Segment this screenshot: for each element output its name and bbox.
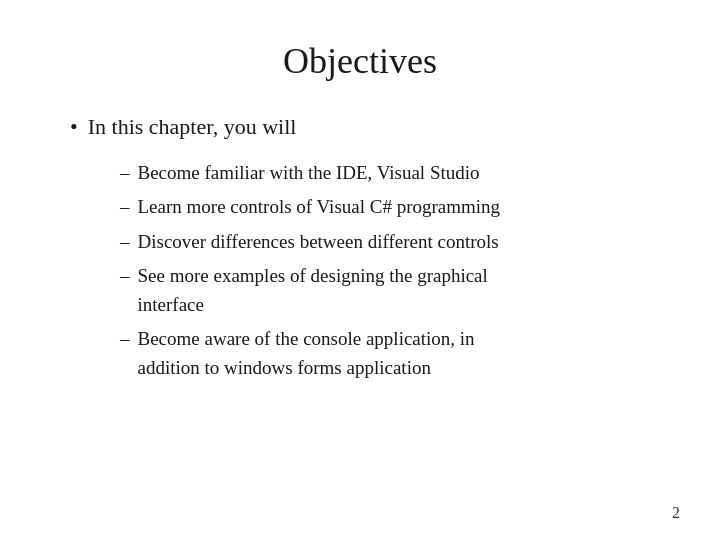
sub-bullets-list: – Become familiar with the IDE, Visual S… xyxy=(70,159,660,383)
sub-bullet-1: – Become familiar with the IDE, Visual S… xyxy=(120,159,660,188)
slide-title: Objectives xyxy=(60,40,660,82)
sub-bullet-text-5: Become aware of the console application,… xyxy=(138,325,475,382)
slide-content: • In this chapter, you will – Become fam… xyxy=(60,112,660,510)
dash-2: – xyxy=(120,193,130,222)
dash-1: – xyxy=(120,159,130,188)
dash-3: – xyxy=(120,228,130,257)
sub-bullet-3: – Discover differences between different… xyxy=(120,228,660,257)
page-number: 2 xyxy=(672,504,680,522)
dash-4: – xyxy=(120,262,130,291)
sub-bullet-2: – Learn more controls of Visual C# progr… xyxy=(120,193,660,222)
sub-bullet-text-4: See more examples of designing the graph… xyxy=(138,262,488,319)
sub-bullet-4: – See more examples of designing the gra… xyxy=(120,262,660,319)
sub-bullet-5: – Become aware of the console applicatio… xyxy=(120,325,660,382)
sub-bullet-text-2: Learn more controls of Visual C# program… xyxy=(138,193,501,222)
main-bullet: • In this chapter, you will xyxy=(70,112,660,143)
dash-5: – xyxy=(120,325,130,354)
bullet-dot: • xyxy=(70,112,78,143)
slide: Objectives • In this chapter, you will –… xyxy=(0,0,720,540)
sub-bullet-text-1: Become familiar with the IDE, Visual Stu… xyxy=(138,159,480,188)
main-bullet-text: In this chapter, you will xyxy=(88,112,297,143)
sub-bullet-text-3: Discover differences between different c… xyxy=(138,228,499,257)
